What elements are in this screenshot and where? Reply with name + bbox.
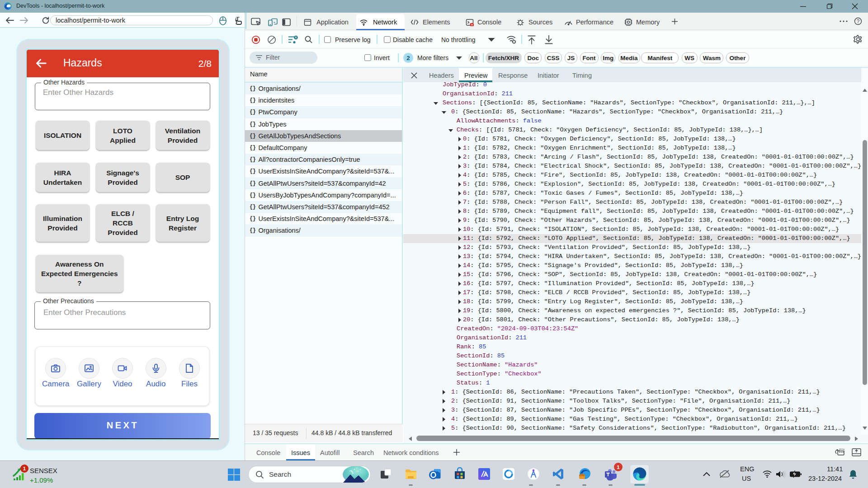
svg-text:?: ? [857, 19, 859, 24]
